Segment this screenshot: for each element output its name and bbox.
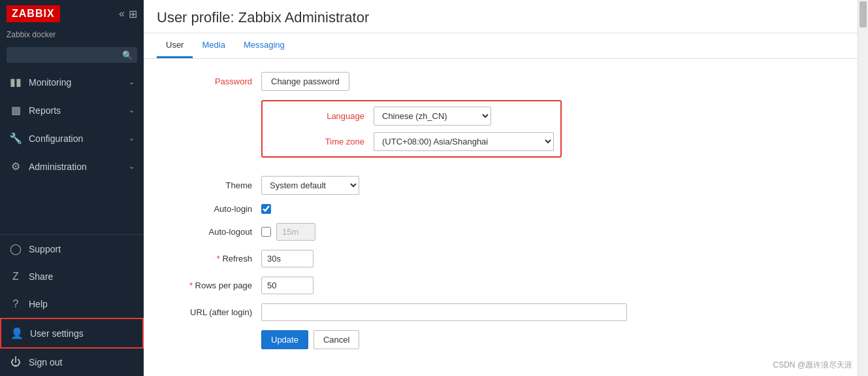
autologin-row: Auto-login — [157, 204, 844, 214]
sidebar-item-help[interactable]: ? Help — [0, 290, 144, 318]
sidebar-item-label-sign-out: Sign out — [29, 357, 135, 367]
action-buttons-row: Update Cancel — [157, 330, 844, 349]
sidebar-item-label-help: Help — [29, 299, 135, 309]
sidebar-item-support[interactable]: ◯ Support — [0, 235, 144, 263]
sidebar-item-reports[interactable]: ▩ Reports ⌄ — [0, 96, 144, 124]
page-title: User profile: Zabbix Administrator — [157, 9, 844, 26]
page-header: User profile: Zabbix Administrator — [144, 0, 858, 33]
sidebar: ZABBIX « ⊞ Zabbix docker 🔍 ▮▮ Monitoring… — [0, 0, 144, 376]
autologin-checkbox[interactable] — [261, 204, 271, 214]
theme-select[interactable]: System default Blue Dark — [261, 176, 359, 195]
search-input[interactable] — [7, 47, 137, 63]
tabs-bar: User Media Messaging — [144, 33, 858, 59]
sidebar-item-user-settings[interactable]: 👤 User settings — [0, 318, 144, 349]
autologout-wrap — [261, 223, 315, 241]
cancel-button[interactable]: Cancel — [313, 330, 359, 349]
sidebar-item-share[interactable]: Z Share — [0, 263, 144, 290]
update-button[interactable]: Update — [261, 330, 308, 349]
scrollbar[interactable] — [858, 0, 868, 376]
highlight-spacer — [157, 100, 261, 167]
url-input[interactable] — [261, 303, 627, 321]
chevron-down-icon-reports: ⌄ — [129, 106, 135, 114]
refresh-row: Refresh — [157, 250, 844, 267]
rows-per-page-input[interactable] — [261, 277, 313, 294]
sidebar-search-wrap: 🔍 — [0, 44, 144, 68]
sidebar-item-label-share: Share — [29, 271, 135, 282]
sidebar-item-label-reports: Reports — [29, 105, 122, 116]
instance-label: Zabbix docker — [0, 27, 144, 44]
language-row: Language Chinese (zh_CN) System default … — [269, 107, 554, 126]
chevron-down-icon: ⌄ — [129, 78, 135, 86]
reports-icon: ▩ — [9, 104, 22, 116]
refresh-label: Refresh — [157, 254, 261, 264]
expand-icon[interactable]: ⊞ — [129, 8, 137, 20]
zabbix-logo: ZABBIX — [7, 5, 60, 22]
language-label: Language — [269, 111, 374, 121]
chevron-down-icon-config: ⌄ — [129, 134, 135, 143]
sidebar-header: ZABBIX « ⊞ — [0, 0, 144, 27]
autologout-input[interactable] — [276, 223, 315, 241]
rows-per-page-row: Rows per page — [157, 277, 844, 294]
timezone-label: Time zone — [269, 137, 374, 146]
sidebar-item-sign-out[interactable]: ⏻ Sign out — [0, 349, 144, 376]
theme-row: Theme System default Blue Dark — [157, 176, 844, 195]
user-settings-icon: 👤 — [10, 327, 24, 339]
sidebar-item-label-administration: Administration — [29, 162, 122, 172]
support-icon: ◯ — [9, 243, 22, 255]
url-label: URL (after login) — [157, 307, 261, 317]
theme-label: Theme — [157, 180, 261, 190]
main-content: User profile: Zabbix Administrator User … — [144, 0, 858, 376]
sidebar-header-icons: « ⊞ — [119, 8, 137, 20]
sidebar-item-configuration[interactable]: 🔧 Configuration ⌄ — [0, 124, 144, 152]
autologout-row: Auto-logout — [157, 223, 844, 241]
chevron-down-icon-admin: ⌄ — [129, 162, 135, 171]
sign-out-icon: ⏻ — [9, 356, 22, 368]
language-select[interactable]: Chinese (zh_CN) System default English (… — [374, 107, 491, 126]
change-password-button[interactable]: Change password — [261, 72, 349, 91]
timezone-select[interactable]: (UTC+08:00) Asia/Shanghai System default — [374, 132, 554, 151]
monitoring-icon: ▮▮ — [9, 76, 22, 88]
sidebar-item-label-monitoring: Monitoring — [29, 77, 122, 88]
help-icon: ? — [9, 298, 22, 310]
tab-media[interactable]: Media — [193, 33, 234, 58]
sidebar-nav: ▮▮ Monitoring ⌄ ▩ Reports ⌄ 🔧 Configurat… — [0, 68, 144, 234]
form-container: Password Change password Language Chines… — [144, 59, 858, 376]
tab-messaging[interactable]: Messaging — [234, 33, 294, 58]
url-row: URL (after login) — [157, 303, 844, 321]
sidebar-item-label-user-settings: User settings — [30, 328, 133, 339]
action-buttons: Update Cancel — [261, 330, 359, 349]
share-icon: Z — [9, 271, 22, 282]
autologout-label: Auto-logout — [157, 227, 261, 237]
administration-icon: ⚙ — [9, 160, 22, 173]
scroll-thumb[interactable] — [860, 1, 867, 27]
sidebar-item-monitoring[interactable]: ▮▮ Monitoring ⌄ — [0, 68, 144, 96]
sidebar-bottom: ◯ Support Z Share ? Help 👤 User settings… — [0, 234, 144, 376]
sidebar-item-label-support: Support — [29, 244, 135, 254]
configuration-icon: 🔧 — [9, 132, 22, 145]
sidebar-item-label-configuration: Configuration — [29, 133, 122, 144]
language-timezone-box: Language Chinese (zh_CN) System default … — [261, 100, 562, 158]
refresh-input[interactable] — [261, 250, 313, 267]
search-icon: 🔍 — [122, 50, 133, 60]
password-label: Password — [157, 77, 261, 86]
autologin-label: Auto-login — [157, 204, 261, 214]
rows-per-page-label: Rows per page — [157, 281, 261, 290]
watermark: CSDN @愿许浪尽天涯 — [773, 360, 852, 371]
autologin-checkbox-wrap — [261, 204, 271, 214]
collapse-icon[interactable]: « — [119, 8, 125, 20]
highlight-section: Language Chinese (zh_CN) System default … — [157, 100, 844, 167]
autologout-checkbox[interactable] — [261, 227, 271, 237]
timezone-row: Time zone (UTC+08:00) Asia/Shanghai Syst… — [269, 132, 554, 151]
tab-user[interactable]: User — [157, 33, 193, 58]
password-row: Password Change password — [157, 72, 844, 91]
sidebar-item-administration[interactable]: ⚙ Administration ⌄ — [0, 152, 144, 180]
